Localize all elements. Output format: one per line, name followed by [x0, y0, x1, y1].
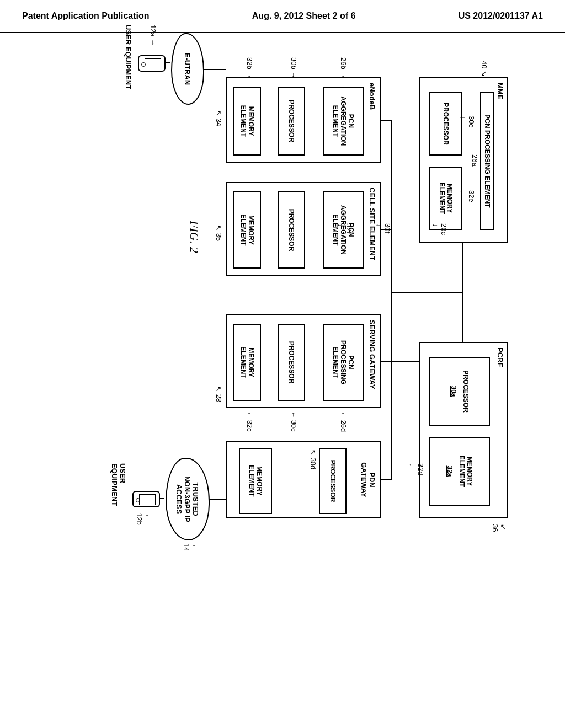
trusted-label: TRUSTED NON-3GPP IP ACCESS: [166, 458, 210, 540]
mme-processor: PROCESSOR: [429, 92, 462, 156]
header-center: Aug. 9, 2012 Sheet 2 of 6: [252, 11, 356, 21]
mme-mem-ref: 32e↓: [459, 190, 476, 202]
pdn-processor: PROCESSOR: [319, 448, 347, 514]
sgw-memory: MEMORY ELEMENT: [233, 324, 261, 401]
line-v2: [381, 229, 392, 230]
phone-antenna-a: [164, 62, 170, 63]
line-v4: [381, 479, 392, 480]
line-mme-down: [392, 292, 463, 293]
sgw-box-ref: ↖ 28: [215, 386, 223, 402]
mme-pcn-element: PCN PROCESSING ELEMENT: [480, 92, 494, 230]
figure-label: FIG. 2: [187, 221, 201, 253]
sgw-mem-ref: ← 32c: [246, 411, 254, 432]
mme-title: MME: [496, 83, 504, 99]
ue-a-ref: 12a →: [149, 25, 157, 46]
cellsite-mem-ref: 32f↓: [337, 223, 353, 233]
enodeb-mem-ref: 32b →: [246, 57, 254, 78]
header-left: Patent Application Publication: [22, 11, 150, 21]
pdn-proc-ref: ↖ 30d: [309, 449, 317, 469]
cellsite-box: CELL SITE ELEMENT PCN AGGREGATION ELEMEN…: [226, 182, 381, 276]
ue-b-label: USER EQUIPMENT: [110, 463, 127, 518]
enodeb-box-ref: ↖ 34: [215, 110, 223, 126]
mme-memory: MEMORY ELEMENT: [429, 167, 462, 230]
enodeb-box: eNodeB PCN AGGREGATION ELEMENT PROCESSOR…: [226, 77, 381, 163]
line-middle: [391, 120, 392, 479]
cellsite-processor: PROCESSOR: [278, 191, 305, 269]
pcrf-ref: ↙ 36: [491, 524, 508, 532]
diagram: MME PCN PROCESSING ELEMENT PROCESSOR MEM…: [0, 77, 508, 518]
enodeb-processor: PROCESSOR: [278, 87, 305, 156]
line-v3: [381, 361, 419, 362]
enodeb-proc-ref: 30b →: [290, 57, 298, 78]
enodeb-title: eNodeB: [368, 83, 376, 110]
pcrf-processor: PROCESSOR 30a: [429, 357, 490, 426]
sgw-processor: PROCESSOR: [278, 324, 305, 401]
pdn-memory: MEMORY ELEMENT: [239, 448, 272, 514]
mme-pcn-ref: 26a: [471, 154, 479, 167]
cellsite-memory: MEMORY ELEMENT: [233, 191, 261, 269]
phone-antenna-b: [159, 498, 164, 499]
ue-b-ref: ← 12b: [135, 513, 152, 525]
sgw-title: SERVING GATEWAY: [368, 320, 376, 389]
pcrf-memory: MEMORY ELEMENT 32a: [429, 437, 490, 506]
enodeb-pcn: PCN AGGREGATION ELEMENT: [323, 87, 364, 156]
sgw-pcn: PCN PROCESSING ELEMENT: [323, 324, 364, 401]
phone-icon-a: [138, 55, 166, 72]
cellsite-box-ref: ↖ 35: [215, 225, 223, 241]
mme-box: MME PCN PROCESSING ELEMENT PROCESSOR MEM…: [419, 77, 508, 243]
mme-ref: 40 ↘: [480, 61, 488, 77]
line-down-eutran: [204, 69, 226, 70]
sgw-proc-ref: ← 30c: [290, 411, 298, 432]
pdn-title: PDN GATEWAY: [360, 442, 376, 517]
pdn-box: PDN GATEWAY PROCESSOR MEMORY ELEMENT: [226, 441, 381, 518]
enodeb-memory: MEMORY ELEMENT: [233, 87, 261, 156]
line-down-trusted: [209, 499, 226, 500]
mme-proc-ref: 30e↓: [459, 116, 476, 128]
sgw-box: SERVING GATEWAY PCN PROCESSING ELEMENT P…: [226, 314, 381, 408]
pdn-mem-ref: 32d↓: [408, 463, 425, 475]
cellsite-pcn-ref: 26c↓: [431, 223, 448, 235]
header-right: US 2012/0201137 A1: [459, 11, 543, 21]
ue-a-label: USER EQUIPMENT: [124, 25, 132, 89]
eutran-label: E-UTRAN: [171, 33, 204, 105]
pcrf-box: PCRF PROCESSOR 30a MEMORY ELEMENT 32a: [419, 342, 508, 518]
page-header: Patent Application Publication Aug. 9, 2…: [0, 0, 565, 33]
pcrf-title: PCRF: [496, 347, 504, 367]
line-v1: [381, 120, 392, 121]
phone-icon-b: [132, 491, 160, 507]
sgw-pcn-ref: ← 26d: [339, 411, 348, 432]
enodeb-pcn-ref: 26b →: [339, 57, 348, 78]
trusted-ref: ← 14: [182, 543, 199, 551]
